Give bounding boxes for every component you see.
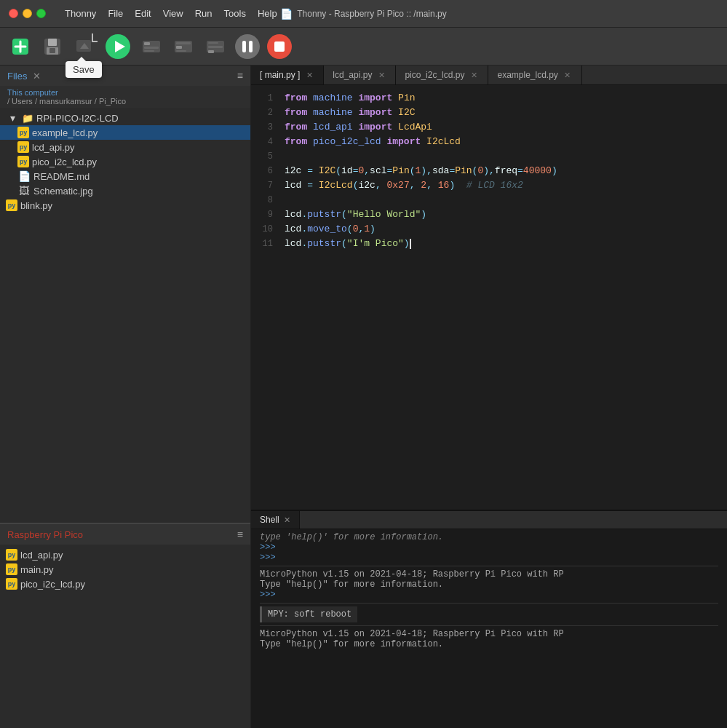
svg-rect-20 xyxy=(208,42,218,44)
menu-edit[interactable]: Edit xyxy=(129,7,156,20)
shell-area: Shell ✕ type 'help()' for more informati… xyxy=(251,510,727,728)
menu-tools[interactable]: Tools xyxy=(218,7,252,20)
tab-pico-i2c-lcd-py[interactable]: pico_i2c_lcd.py ✕ xyxy=(396,66,488,84)
save-tooltip: Save xyxy=(65,61,102,78)
python-file-icon: py xyxy=(6,549,17,561)
menu-run[interactable]: Run xyxy=(189,7,218,20)
list-item[interactable]: py pico_i2c_lcd.py xyxy=(0,154,250,169)
menu-help[interactable]: Help xyxy=(252,7,283,20)
shell-tab-close[interactable]: ✕ xyxy=(284,515,290,525)
minimize-button[interactable] xyxy=(23,9,32,18)
pico-file-tree: py lcd_api.py py main.py py pico_i2c_lcd… xyxy=(0,545,250,728)
editor-tabs: [ main.py ] ✕ lcd_api.py ✕ pico_i2c_lcd.… xyxy=(251,66,727,85)
tab-example-lcd-py[interactable]: example_lcd.py ✕ xyxy=(488,66,581,84)
shell-line: Type "help()" for more information. xyxy=(260,579,718,590)
shell-tab-label: Shell xyxy=(260,515,279,525)
debug-step-out-button[interactable] xyxy=(201,32,230,61)
folder-label: RPI-PICO-I2C-LCD xyxy=(36,113,119,124)
file-label: lcd_api.py xyxy=(32,142,75,153)
file-label: pico_i2c_lcd.py xyxy=(32,157,97,167)
file-label: example_lcd.py xyxy=(32,127,98,138)
run-button[interactable] xyxy=(102,31,134,63)
shell-line: >>> xyxy=(260,590,718,600)
maximize-button[interactable] xyxy=(36,9,46,18)
close-button[interactable] xyxy=(9,9,18,18)
pico-panel-title: Raspberry Pi Pico xyxy=(7,529,83,540)
tab-close-icon[interactable]: ✕ xyxy=(563,70,573,80)
tab-label: example_lcd.py xyxy=(497,70,557,80)
svg-rect-14 xyxy=(144,50,154,52)
list-item[interactable]: py lcd_api.py xyxy=(0,547,250,562)
python-file-icon: py xyxy=(6,578,17,590)
title-bar: Thonny File Edit View Run Tools Help 📄 T… xyxy=(0,0,727,28)
debug-step-over-button[interactable] xyxy=(137,32,166,61)
tab-main-py[interactable]: [ main.py ] ✕ xyxy=(251,66,324,84)
pico-panel-header: Raspberry Pi Pico ≡ xyxy=(0,524,250,545)
list-item[interactable]: py pico_i2c_lcd.py xyxy=(0,577,250,591)
toolbar: Save xyxy=(0,28,727,66)
code-line: 6 i2c = I2C(id=0,scl=Pin(1),sda=Pin(0),f… xyxy=(251,164,727,178)
shell-line: MicroPython v1.15 on 2021-04-18; Raspber… xyxy=(260,569,718,579)
files-tab[interactable]: Files xyxy=(7,71,27,82)
code-line: 3 from lcd_api import LcdApi xyxy=(251,120,727,135)
breadcrumb-path: / Users / mansurkamsur / Pi_Pico xyxy=(7,97,126,106)
code-line: 9 lcd.putstr("Hello World") xyxy=(251,207,727,222)
list-item[interactable]: py lcd_api.py xyxy=(0,140,250,154)
menu-view[interactable]: View xyxy=(157,7,189,20)
shell-tabs: Shell ✕ xyxy=(251,511,727,529)
tab-lcd-api-py[interactable]: lcd_api.py ✕ xyxy=(324,66,396,84)
code-editor[interactable]: 1 from machine import Pin 2 from machine… xyxy=(251,85,727,510)
shell-line: MicroPython v1.15 on 2021-04-18; Raspber… xyxy=(260,629,718,639)
list-item[interactable]: py main.py xyxy=(0,562,250,577)
menu-thonny[interactable]: Thonny xyxy=(59,7,102,20)
svg-rect-27 xyxy=(274,41,285,52)
svg-rect-18 xyxy=(176,50,186,52)
tab-close-icon[interactable]: ✕ xyxy=(304,70,314,80)
this-computer-label[interactable]: This computer xyxy=(7,88,58,97)
traffic-lights[interactable] xyxy=(9,9,46,18)
python-file-icon: py xyxy=(6,199,17,211)
python-file-icon: py xyxy=(6,563,17,575)
sidebar: Files ✕ ≡ This computer / Users / mansur… xyxy=(0,66,251,728)
file-label: Schematic.jpg xyxy=(33,186,93,197)
shell-tab[interactable]: Shell ✕ xyxy=(251,511,300,529)
shell-content[interactable]: type 'help()' for more information. >>> … xyxy=(251,529,727,728)
tab-label: lcd_api.py xyxy=(333,70,372,80)
list-item[interactable]: ▾ 📁 RPI-PICO-I2C-LCD xyxy=(0,111,250,125)
files-tab-close[interactable]: ✕ xyxy=(33,71,41,82)
tab-close-icon[interactable]: ✕ xyxy=(469,70,479,80)
list-item[interactable]: 🖼 Schematic.jpg xyxy=(0,183,250,198)
file-label: blink.py xyxy=(20,200,52,211)
svg-rect-13 xyxy=(144,47,159,49)
tab-close-icon[interactable]: ✕ xyxy=(376,70,386,80)
pause-button[interactable] xyxy=(233,32,262,61)
svg-rect-4 xyxy=(48,39,57,46)
debug-step-into-button[interactable] xyxy=(169,32,198,61)
code-line: 11 lcd.putstr("I'm Pico") xyxy=(251,237,727,251)
shell-divider xyxy=(260,566,718,566)
tab-label: pico_i2c_lcd.py xyxy=(405,70,464,80)
code-line: 5 xyxy=(251,149,727,164)
svg-rect-6 xyxy=(49,48,55,53)
svg-rect-24 xyxy=(242,41,246,52)
stop-button[interactable] xyxy=(265,32,294,61)
menu-bar: Thonny File Edit View Run Tools Help xyxy=(59,7,283,20)
save-button[interactable] xyxy=(38,32,67,61)
window-title: 📄 Thonny - Raspberry Pi Pico :: /main.py xyxy=(280,8,446,20)
list-item[interactable]: py blink.py xyxy=(0,198,250,213)
shell-line: Type "help()" for more information. xyxy=(260,639,718,649)
code-line: 7 lcd = I2cLcd(i2c, 0x27, 2, 16) # LCD 1… xyxy=(251,178,727,193)
list-item[interactable]: py example_lcd.py xyxy=(0,125,250,140)
shell-line: MPY: soft reboot xyxy=(260,609,718,620)
file-tree: ▾ 📁 RPI-PICO-I2C-LCD py example_lcd.py p… xyxy=(0,108,250,523)
new-file-button[interactable] xyxy=(6,32,35,61)
svg-rect-21 xyxy=(208,46,223,48)
pico-panel: Raspberry Pi Pico ≡ py lcd_api.py py mai… xyxy=(0,524,250,728)
menu-file[interactable]: File xyxy=(102,7,129,20)
code-line: 10 lcd.move_to(0,1) xyxy=(251,222,727,237)
python-file-icon: py xyxy=(17,127,29,138)
files-panel-menu-icon[interactable]: ≡ xyxy=(237,70,243,82)
file-label: main.py xyxy=(20,564,54,575)
pico-panel-menu-icon[interactable]: ≡ xyxy=(237,529,243,540)
list-item[interactable]: 📄 README.md xyxy=(0,169,250,183)
